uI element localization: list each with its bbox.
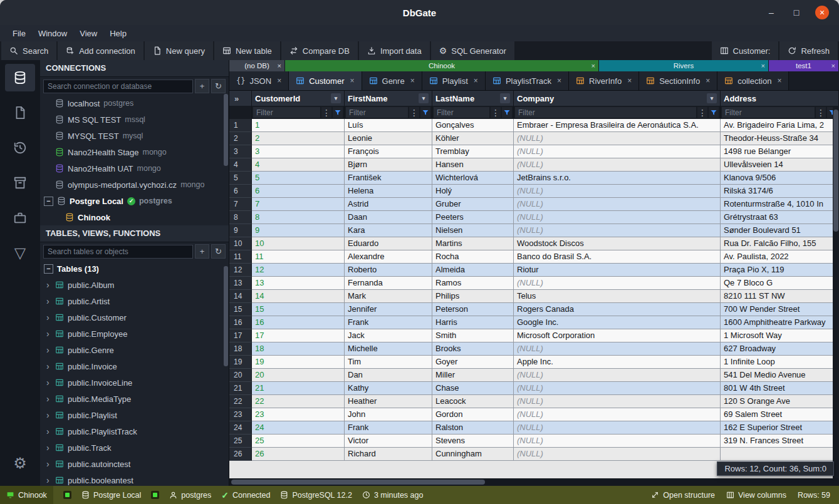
cell-customerid[interactable]: 2 — [252, 132, 345, 145]
table-item[interactable]: ›public.booleantest — [40, 472, 229, 486]
cell-customerid[interactable]: 13 — [252, 277, 345, 290]
cell-company[interactable]: (NULL) — [514, 448, 721, 461]
sidebar-history-button[interactable] — [5, 134, 35, 162]
filter-menu-icon[interactable]: ⋮ — [491, 107, 501, 118]
status-postgre-local[interactable]: Postgre Local — [81, 491, 141, 500]
refresh-button[interactable]: Refresh — [779, 41, 838, 60]
cell-lastname[interactable]: Chase — [432, 382, 514, 395]
sidebar-archive-button[interactable] — [5, 169, 35, 197]
tables-scrollbar-thumb[interactable] — [224, 266, 228, 366]
status-postgres[interactable]: postgres — [169, 491, 211, 500]
db-tab--no-db-[interactable]: (no DB)× — [229, 60, 285, 71]
cell-lastname[interactable]: Leacock — [432, 395, 514, 408]
cell-customerid[interactable]: 14 — [252, 290, 345, 303]
column-menu-chevron-icon[interactable]: ▾ — [419, 93, 429, 103]
close-tab-icon[interactable]: × — [277, 76, 281, 85]
status-indicator[interactable] — [63, 491, 71, 499]
column-menu-chevron-icon[interactable]: ▾ — [331, 93, 341, 103]
cell-firstname[interactable]: Jennifer — [345, 303, 432, 316]
cell-customerid[interactable]: 26 — [252, 448, 345, 461]
expand-chevron-icon[interactable]: › — [46, 329, 51, 339]
expand-chevron-icon[interactable]: › — [46, 394, 51, 404]
cell-lastname[interactable]: Holý — [432, 185, 514, 198]
table-item[interactable]: ›public.Employee — [40, 326, 229, 342]
connection-item[interactable]: Chinook — [40, 209, 229, 225]
maximize-button[interactable]: □ — [790, 8, 803, 18]
column-header-company[interactable]: Company▾ — [514, 91, 721, 106]
cell-firstname[interactable]: Mark — [345, 290, 432, 303]
table-item[interactable]: ›public.MediaType — [40, 391, 229, 407]
connection-item[interactable]: −Postgre Local✓postgres — [40, 193, 229, 209]
cell-firstname[interactable]: Victor — [345, 435, 432, 448]
cell-firstname[interactable]: Daan — [345, 211, 432, 224]
cell-lastname[interactable]: Nielsen — [432, 224, 514, 237]
menu-file[interactable]: File — [6, 25, 32, 41]
cell-firstname[interactable]: Fernanda — [345, 277, 432, 290]
column-header-firstname[interactable]: FirstName▾ — [345, 91, 432, 106]
cell-company[interactable]: (NULL) — [514, 421, 721, 435]
cell-customerid[interactable]: 18 — [252, 342, 345, 356]
collapse-icon[interactable]: − — [44, 197, 53, 206]
add-object-button[interactable]: + — [195, 244, 209, 259]
cell-company[interactable]: Woodstock Discos — [514, 237, 721, 250]
cell-company[interactable]: (NULL) — [514, 224, 721, 237]
cell-customerid[interactable]: 20 — [252, 369, 345, 382]
table-item[interactable]: ›public.Artist — [40, 293, 229, 309]
import-data-button[interactable]: Import data — [359, 41, 430, 60]
row-number[interactable]: 19 — [229, 356, 252, 369]
expand-chevron-icon[interactable]: › — [46, 410, 51, 420]
cell-address[interactable] — [721, 448, 839, 461]
cell-firstname[interactable]: Tim — [345, 356, 432, 369]
tab-playlist[interactable]: Playlist× — [422, 71, 486, 90]
status-3-minutes-ago[interactable]: 3 minutes ago — [362, 491, 424, 500]
tab-riverinfo[interactable]: RiverInfo× — [569, 71, 639, 90]
filter-menu-icon[interactable]: ⋮ — [816, 107, 826, 118]
row-number[interactable]: 18 — [229, 342, 252, 356]
cell-firstname[interactable]: Bjørn — [345, 158, 432, 172]
cell-firstname[interactable]: Jack — [345, 329, 432, 342]
cell-firstname[interactable]: Astrid — [345, 198, 432, 211]
cell-lastname[interactable]: Tremblay — [432, 145, 514, 158]
cell-customerid[interactable]: 17 — [252, 329, 345, 342]
cell-company[interactable]: (NULL) — [514, 395, 721, 408]
row-number[interactable]: 22 — [229, 395, 252, 408]
filter-input-customerid[interactable] — [253, 107, 320, 118]
table-item[interactable]: ›public.Playlist — [40, 407, 229, 423]
expand-chevron-icon[interactable]: › — [46, 475, 51, 485]
row-number[interactable]: 14 — [229, 290, 252, 303]
row-number[interactable]: 21 — [229, 382, 252, 395]
status-indicator[interactable] — [151, 491, 159, 499]
cell-customerid[interactable]: 10 — [252, 237, 345, 250]
status-view-columns[interactable]: View columns — [726, 491, 786, 500]
refresh-connections-button[interactable]: ↻ — [211, 79, 226, 93]
cell-address[interactable]: 1600 Amphitheatre Parkway — [721, 316, 839, 329]
cell-firstname[interactable]: John — [345, 408, 432, 421]
cell-company[interactable]: (NULL) — [514, 342, 721, 356]
cell-company[interactable]: (NULL) — [514, 277, 721, 290]
cell-company[interactable]: Google Inc. — [514, 316, 721, 329]
grid-vertical-scrollbar-thumb[interactable] — [833, 110, 838, 232]
cell-lastname[interactable]: Philips — [432, 290, 514, 303]
new-table-button[interactable]: New table — [214, 41, 280, 60]
cell-lastname[interactable]: Stevens — [432, 435, 514, 448]
row-number[interactable]: 9 — [229, 224, 252, 237]
cell-company[interactable]: Apple Inc. — [514, 356, 721, 369]
new-query-button[interactable]: New query — [145, 41, 213, 60]
cell-address[interactable]: Klanova 9/506 — [721, 172, 839, 185]
sql-generator-button[interactable]: ⚙SQL Generator — [431, 41, 514, 60]
db-tab-rivers[interactable]: Rivers× — [599, 60, 769, 71]
filter-input-address[interactable] — [722, 107, 815, 118]
sidebar-connections-button[interactable] — [5, 64, 35, 91]
connection-item[interactable]: MS SQL TESTmssql — [40, 111, 229, 128]
search-button[interactable]: Search — [1, 41, 56, 60]
cell-company[interactable]: (NULL) — [514, 198, 721, 211]
cell-address[interactable]: Praça Pio X, 119 — [721, 264, 839, 277]
column-menu-chevron-icon[interactable]: ▾ — [500, 93, 510, 103]
cell-firstname[interactable]: Kara — [345, 224, 432, 237]
expand-chevron-icon[interactable]: › — [46, 345, 51, 355]
status-postgresql-12-2[interactable]: PostgreSQL 12.2 — [280, 491, 352, 500]
expand-chevron-icon[interactable]: › — [46, 426, 51, 436]
cell-firstname[interactable]: Heather — [345, 395, 432, 408]
connection-item[interactable]: MYSQL TESTmysql — [40, 128, 229, 144]
cell-address[interactable]: 162 E Superior Street — [721, 421, 839, 435]
